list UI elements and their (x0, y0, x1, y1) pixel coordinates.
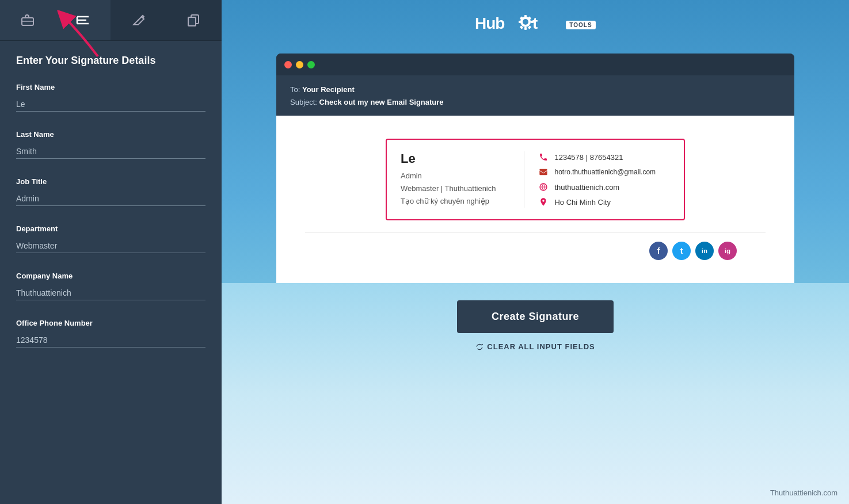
instagram-icon[interactable]: ig (718, 242, 737, 260)
linkedin-icon-label: in (702, 247, 707, 254)
website-icon (538, 182, 549, 192)
signature-card: Le Admin Webmaster | Thuthuattienich Tạo… (386, 139, 685, 220)
facebook-icon-label: f (657, 246, 660, 255)
svg-point-12 (523, 19, 528, 25)
company-name-label: Company Name (16, 272, 205, 280)
last-name-label: Last Name (16, 130, 205, 139)
signature-location-row: Ho Chi Minh City (538, 197, 670, 207)
bottom-section: Create Signature CLEAR ALL INPUT FIELDS (222, 283, 849, 504)
company-name-input[interactable] (16, 286, 205, 300)
svg-rect-14 (524, 27, 527, 30)
email-divider (305, 232, 766, 232)
department-label: Department (16, 224, 205, 233)
footer-link: Thuthuattienich.com (770, 488, 837, 497)
signature-subtitle: Webmaster | Thuthuattienich (401, 182, 510, 195)
email-to-line: To: Your Recipient (290, 83, 781, 96)
signature-phone-row: 1234578 | 87654321 (538, 152, 670, 162)
email-subject-line: Subject: Check out my new Email Signatur… (290, 96, 781, 109)
sidebar: Enter Your Signature Details First Name … (0, 0, 222, 504)
create-signature-button[interactable]: Create Signature (457, 300, 614, 333)
svg-rect-7 (188, 17, 196, 26)
svg-rect-13 (524, 15, 527, 18)
hubspot-tools-badge: TOOLS (566, 21, 595, 29)
titlebar-dot-yellow (296, 61, 303, 68)
text-format-icon (75, 13, 91, 27)
email-header: To: Your Recipient Subject: Check out my… (276, 75, 794, 116)
svg-rect-15 (519, 21, 521, 23)
first-name-label: First Name (16, 83, 205, 91)
signature-phone: 1234578 | 87654321 (554, 153, 623, 162)
first-name-group: First Name (16, 83, 205, 112)
copy-icon (186, 13, 200, 27)
signature-email-row: hotro.thuthuattienich@gmail.com (538, 167, 670, 177)
signature-location: Ho Chi Minh City (554, 198, 611, 207)
email-icon (538, 167, 549, 177)
hubspot-svg: Hub t (475, 12, 561, 35)
signature-right: 1234578 | 87654321 hotro.thuthuattienich… (524, 151, 670, 208)
first-name-input[interactable] (16, 97, 205, 112)
signature-website: thuthuattienich.com (554, 183, 619, 192)
linkedin-icon[interactable]: in (695, 242, 714, 260)
office-phone-label: Office Phone Number (16, 319, 205, 327)
briefcase-icon (20, 13, 35, 27)
titlebar-dot-red (284, 61, 292, 68)
email-preview: To: Your Recipient Subject: Check out my… (276, 54, 794, 283)
last-name-input[interactable] (16, 144, 205, 159)
signature-title: Admin (401, 170, 510, 182)
sidebar-title: Enter Your Signature Details (16, 55, 205, 67)
twitter-icon-label: t (680, 246, 683, 255)
tab-edit[interactable] (111, 0, 166, 40)
location-icon (538, 197, 549, 207)
office-phone-group: Office Phone Number (16, 319, 205, 348)
facebook-icon[interactable]: f (649, 242, 668, 260)
instagram-icon-label: ig (725, 247, 730, 254)
department-input[interactable] (16, 239, 205, 253)
hubspot-header: Hub t TOOLS (222, 0, 849, 48)
to-value: Your Recipient (302, 85, 355, 94)
clear-btn-label: CLEAR ALL INPUT FIELDS (487, 342, 595, 351)
hubspot-logo: Hub t TOOLS (475, 12, 595, 39)
tab-text-format[interactable] (55, 0, 111, 40)
titlebar-dot-green (307, 61, 315, 68)
to-label: To: (290, 85, 302, 94)
main-content: Hub t TOOLS (222, 0, 849, 504)
refresh-icon (475, 343, 483, 351)
signature-email: hotro.thuthuattienich@gmail.com (554, 168, 656, 176)
last-name-group: Last Name (16, 130, 205, 159)
job-title-label: Job Title (16, 177, 205, 186)
office-phone-input[interactable] (16, 333, 205, 348)
subject-label: Subject: (290, 98, 319, 106)
sidebar-tabs (0, 0, 222, 41)
svg-text:Hub: Hub (475, 14, 504, 32)
email-body: Le Admin Webmaster | Thuthuattienich Tạo… (276, 116, 794, 283)
subject-value: Check out my new Email Signature (319, 98, 444, 106)
svg-rect-22 (540, 169, 547, 175)
tab-copy[interactable] (166, 0, 221, 40)
job-title-group: Job Title (16, 177, 205, 206)
sidebar-form: Enter Your Signature Details First Name … (0, 41, 222, 504)
pencil-icon (131, 13, 145, 27)
signature-left: Le Admin Webmaster | Thuthuattienich Tạo… (401, 151, 524, 208)
signature-name: Le (401, 151, 510, 166)
department-group: Department (16, 224, 205, 253)
tab-briefcase[interactable] (0, 0, 55, 40)
signature-tagline: Tạo chữ ký chuyên nghiệp (401, 195, 510, 208)
hubspot-logo-text: Hub t (475, 12, 561, 39)
twitter-icon[interactable]: t (672, 242, 691, 260)
job-title-input[interactable] (16, 192, 205, 206)
social-icons-row: f t in ig (305, 242, 766, 260)
phone-icon (538, 152, 549, 162)
svg-text:t: t (532, 14, 538, 32)
company-name-group: Company Name (16, 272, 205, 300)
email-titlebar (276, 54, 794, 75)
signature-website-row: thuthuattienich.com (538, 182, 670, 192)
clear-fields-button[interactable]: CLEAR ALL INPUT FIELDS (475, 342, 595, 351)
